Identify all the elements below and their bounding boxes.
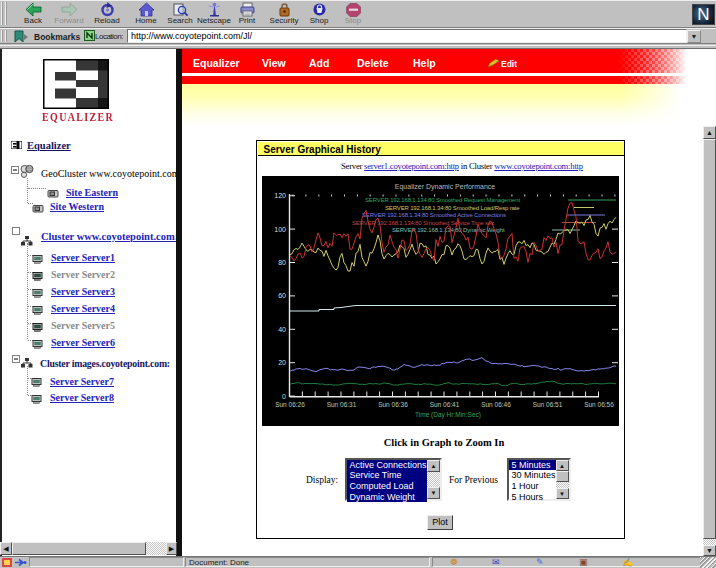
svg-text:100: 100: [274, 226, 286, 233]
svg-text:120: 120: [274, 192, 286, 199]
svg-text:SERVER 192.168.1.134:80 Smooth: SERVER 192.168.1.134:80 Smoothed Request…: [365, 197, 520, 203]
svg-text:Equalizer Dynamic Performance: Equalizer Dynamic Performance: [395, 183, 495, 191]
svg-text:SERVER 192.168.1.34:80 Smoothe: SERVER 192.168.1.34:80 Smoothed Active C…: [362, 212, 506, 218]
svg-text:60: 60: [278, 292, 286, 299]
svg-text:Sun 06:51: Sun 06:51: [533, 401, 563, 408]
svg-text:SERVER 192.168.1.134:80 Smooth: SERVER 192.168.1.134:80 Smoothed Service…: [352, 220, 494, 226]
svg-text:SERVER 192.168.1.34:80 Smoothe: SERVER 192.168.1.34:80 Smoothed Load/Res…: [385, 205, 520, 211]
svg-text:0: 0: [282, 393, 286, 400]
svg-text:Sun 06:46: Sun 06:46: [481, 401, 511, 408]
svg-text:Sun 06:31: Sun 06:31: [327, 401, 357, 408]
svg-text:20: 20: [278, 359, 286, 366]
svg-text:Sun 06:36: Sun 06:36: [378, 401, 408, 408]
svg-text:80: 80: [278, 259, 286, 266]
svg-text:Sun 06:41: Sun 06:41: [430, 401, 460, 408]
svg-text:40: 40: [278, 326, 286, 333]
svg-text:Time (Day Hr:Min:Sec): Time (Day Hr:Min:Sec): [415, 411, 481, 419]
svg-text:Sun 06:26: Sun 06:26: [275, 401, 305, 408]
svg-text:Sun 06:56: Sun 06:56: [584, 401, 614, 408]
